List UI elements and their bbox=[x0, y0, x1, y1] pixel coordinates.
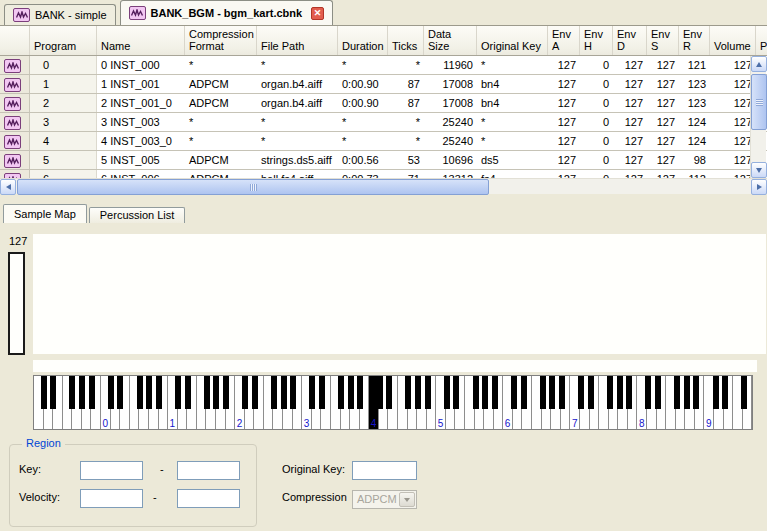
table-row[interactable]: 66 INST_006ADPCMbell.fs4.aiff0:00.737113… bbox=[0, 170, 767, 178]
piano-key-black[interactable] bbox=[617, 376, 623, 409]
piano-key-black[interactable] bbox=[309, 376, 315, 409]
piano-key-black[interactable] bbox=[185, 376, 191, 409]
piano-key-black[interactable] bbox=[357, 376, 363, 409]
column-header-env_s[interactable]: Env S bbox=[647, 26, 679, 55]
piano-key-black[interactable] bbox=[242, 376, 248, 409]
piano-key-black[interactable] bbox=[223, 376, 229, 409]
piano-key-black[interactable] bbox=[377, 376, 383, 409]
piano-key-black[interactable] bbox=[41, 376, 47, 409]
tab-percussion-list[interactable]: Percussion List bbox=[89, 207, 186, 223]
piano-key-black[interactable] bbox=[271, 376, 277, 409]
table-row[interactable]: 44 INST_003_0****25240*1270127127124127 bbox=[0, 132, 767, 151]
piano-key-black[interactable] bbox=[588, 376, 594, 409]
piano-key-black[interactable] bbox=[492, 376, 498, 409]
piano-key-black[interactable] bbox=[281, 376, 287, 409]
column-header-data_size[interactable]: Data Size bbox=[424, 26, 477, 55]
piano-key-black[interactable] bbox=[453, 376, 459, 409]
key-min-input[interactable] bbox=[80, 461, 143, 480]
tab-sample-map[interactable]: Sample Map bbox=[3, 204, 87, 223]
piano-key-black[interactable] bbox=[549, 376, 555, 409]
piano-key-black[interactable] bbox=[684, 376, 690, 409]
vertical-scrollbar[interactable] bbox=[750, 56, 766, 178]
piano-key-black[interactable] bbox=[79, 376, 85, 409]
doc-tab-bank-simple[interactable]: BANK - simple bbox=[4, 4, 116, 25]
key-max-input[interactable] bbox=[177, 461, 240, 480]
piano-key-black[interactable] bbox=[713, 376, 719, 409]
column-header-env_d[interactable]: Env D bbox=[613, 26, 647, 55]
piano-key-black[interactable] bbox=[693, 376, 699, 409]
scroll-right-button[interactable] bbox=[751, 179, 767, 195]
vertical-scroll-thumb[interactable] bbox=[751, 74, 767, 130]
scroll-left-button[interactable] bbox=[0, 179, 16, 195]
piano-key-black[interactable] bbox=[146, 376, 152, 409]
piano-key-black[interactable] bbox=[50, 376, 56, 409]
cell-original_key: * bbox=[477, 132, 548, 150]
piano-key-black[interactable] bbox=[213, 376, 219, 409]
piano-key-black[interactable] bbox=[511, 376, 517, 409]
piano-key-black[interactable] bbox=[578, 376, 584, 409]
table-row[interactable]: 55 INST_005ADPCMstrings.ds5.aiff0:00.565… bbox=[0, 151, 767, 170]
piano-key-black[interactable] bbox=[540, 376, 546, 409]
piano-key-black[interactable] bbox=[741, 376, 747, 409]
doc-tab-bank-bgm[interactable]: BANK_BGM - bgm_kart.cbnk ✕ bbox=[120, 0, 334, 25]
piano-key-black[interactable] bbox=[607, 376, 613, 409]
column-header-env_a[interactable]: Env A bbox=[548, 26, 580, 55]
column-header-compression[interactable]: Compression Format bbox=[185, 26, 257, 55]
column-header-volume[interactable]: Volume bbox=[710, 26, 756, 55]
horizontal-scrollbar[interactable] bbox=[0, 178, 767, 194]
piano-key-black[interactable] bbox=[415, 376, 421, 409]
piano-key-black[interactable] bbox=[156, 376, 162, 409]
piano-keyboard[interactable]: 0123456789 bbox=[33, 375, 753, 430]
piano-key-black[interactable] bbox=[626, 376, 632, 409]
column-header-p[interactable]: P bbox=[756, 26, 767, 55]
column-header-env_h[interactable]: Env H bbox=[580, 26, 613, 55]
compression-select[interactable]: ADPCM bbox=[352, 490, 417, 509]
piano-key-black[interactable] bbox=[108, 376, 114, 409]
table-row[interactable]: 11 INST_001ADPCMorgan.b4.aiff0:00.908717… bbox=[0, 75, 767, 94]
table-row[interactable]: 22 INST_001_0ADPCMorgan.b4.aiff0:00.9087… bbox=[0, 94, 767, 113]
piano-key-black[interactable] bbox=[69, 376, 75, 409]
column-header-original_key[interactable]: Original Key bbox=[477, 26, 548, 55]
velocity-min-input[interactable] bbox=[80, 489, 143, 508]
piano-key-black[interactable] bbox=[338, 376, 344, 409]
piano-key-black[interactable] bbox=[655, 376, 661, 409]
piano-key-black[interactable] bbox=[444, 376, 450, 409]
cell-icon bbox=[0, 132, 30, 150]
velocity-max-input[interactable] bbox=[177, 489, 240, 508]
piano-key-black[interactable] bbox=[137, 376, 143, 409]
column-header-icon[interactable] bbox=[0, 26, 30, 55]
column-header-name[interactable]: Name bbox=[97, 26, 185, 55]
piano-key-black[interactable] bbox=[252, 376, 258, 409]
piano-key-black[interactable] bbox=[175, 376, 181, 409]
horizontal-scroll-thumb[interactable] bbox=[17, 179, 489, 195]
piano-key-black[interactable] bbox=[722, 376, 728, 409]
piano-key-black[interactable] bbox=[89, 376, 95, 409]
piano-key-black[interactable] bbox=[674, 376, 680, 409]
piano-key-black[interactable] bbox=[204, 376, 210, 409]
column-header-ticks[interactable]: Ticks bbox=[388, 26, 424, 55]
sample-map-canvas[interactable] bbox=[33, 234, 766, 354]
piano-key-black[interactable] bbox=[559, 376, 565, 409]
scroll-up-button[interactable] bbox=[751, 56, 767, 72]
column-header-file_path[interactable]: File Path bbox=[257, 26, 338, 55]
table-row[interactable]: 33 INST_003****25240*1270127127124127 bbox=[0, 113, 767, 132]
key-label: Key: bbox=[19, 463, 41, 475]
piano-key-black[interactable] bbox=[386, 376, 392, 409]
column-header-program[interactable]: Program bbox=[30, 26, 97, 55]
column-header-duration[interactable]: Duration bbox=[338, 26, 388, 55]
piano-key-black[interactable] bbox=[482, 376, 488, 409]
piano-key-black[interactable] bbox=[290, 376, 296, 409]
piano-key-black[interactable] bbox=[473, 376, 479, 409]
piano-key-black[interactable] bbox=[117, 376, 123, 409]
piano-key-black[interactable] bbox=[645, 376, 651, 409]
piano-key-black[interactable] bbox=[319, 376, 325, 409]
close-tab-icon[interactable]: ✕ bbox=[311, 7, 324, 20]
column-header-env_r[interactable]: Env R bbox=[679, 26, 710, 55]
piano-key-black[interactable] bbox=[405, 376, 411, 409]
piano-key-black[interactable] bbox=[425, 376, 431, 409]
scroll-down-button[interactable] bbox=[751, 162, 767, 178]
table-row[interactable]: 00 INST_000****11960*1270127127121127 bbox=[0, 56, 767, 75]
piano-key-black[interactable] bbox=[348, 376, 354, 409]
piano-key-black[interactable] bbox=[521, 376, 527, 409]
original-key-input[interactable] bbox=[352, 461, 417, 480]
